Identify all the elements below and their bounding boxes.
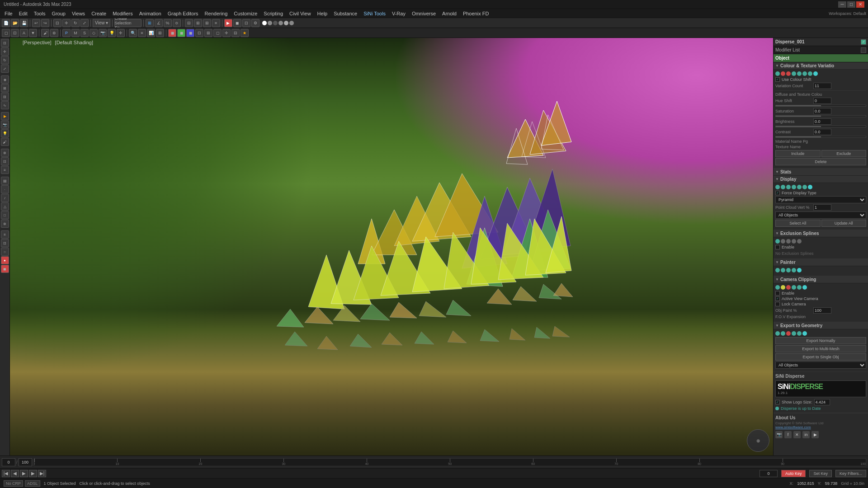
current-frame-display[interactable] bbox=[760, 470, 778, 477]
export-normally-btn[interactable]: Export Normally bbox=[775, 337, 866, 344]
left-extra5[interactable]: ◼ bbox=[1, 265, 9, 273]
show-logo-check[interactable]: ✓ bbox=[775, 400, 780, 404]
left-create-btn[interactable]: ◈ bbox=[1, 75, 9, 84]
ext-btn-4[interactable]: ⊡ bbox=[195, 29, 203, 37]
mirror-btn[interactable]: ⊟ bbox=[185, 19, 193, 27]
angle-snap[interactable]: ∠ bbox=[155, 19, 163, 27]
export-header[interactable]: ▼ Export to Geometry bbox=[774, 322, 868, 329]
export-single-btn[interactable]: Export to Single Obj bbox=[775, 353, 866, 361]
use-colour-shift-check[interactable]: ✓ bbox=[775, 77, 780, 82]
menu-civil-view[interactable]: Civil View bbox=[287, 10, 313, 17]
select-all-btn[interactable]: Select All bbox=[775, 220, 821, 227]
material-editor-btn[interactable]: ⊡ bbox=[242, 19, 250, 27]
website-link[interactable]: www.sinisoftware.com bbox=[775, 425, 866, 429]
command-panel-btn[interactable]: ≡ bbox=[138, 29, 146, 37]
menu-scripting[interactable]: Scripting bbox=[261, 10, 286, 17]
left-select-btn[interactable]: ⊡ bbox=[1, 39, 9, 47]
ext-btn-6[interactable]: ◻ bbox=[213, 29, 222, 37]
edit-spline-btn[interactable]: S bbox=[80, 29, 89, 37]
undo-btn[interactable]: ↩ bbox=[32, 19, 40, 27]
display-header[interactable]: ▼ Display bbox=[774, 176, 868, 183]
render-frame-btn[interactable]: ◼ bbox=[233, 19, 241, 27]
linkedin-icon[interactable]: in bbox=[802, 431, 810, 438]
left-extra3[interactable]: ○ bbox=[1, 248, 9, 256]
display-type-check[interactable]: ✓ bbox=[775, 191, 780, 195]
left-mirror-btn[interactable]: ⊡ bbox=[1, 157, 9, 165]
stats-header[interactable]: ▼ Stats bbox=[774, 169, 868, 176]
menu-tools[interactable]: Tools bbox=[31, 10, 48, 17]
scale-btn[interactable]: ⤢ bbox=[80, 19, 89, 27]
menu-create[interactable]: Create bbox=[89, 10, 109, 17]
saturation-slider[interactable] bbox=[775, 115, 866, 117]
left-link-btn[interactable]: ⊞ bbox=[1, 84, 9, 92]
viewport-gizmo[interactable]: ⊛ bbox=[747, 429, 769, 452]
schematic-view-btn[interactable]: ⊞ bbox=[156, 29, 164, 37]
left-elem-btn[interactable]: ⊛ bbox=[1, 220, 9, 228]
point-cloud-input[interactable] bbox=[813, 204, 831, 211]
left-unlink-btn[interactable]: ⊟ bbox=[1, 93, 9, 101]
paint-selection-btn[interactable]: 🖌 bbox=[41, 29, 49, 37]
left-scale-btn[interactable]: ⤢ bbox=[1, 65, 9, 73]
create-shape-btn[interactable]: ◇ bbox=[90, 29, 98, 37]
spinner-snap[interactable]: ≎ bbox=[173, 19, 181, 27]
left-face-btn[interactable]: △ bbox=[1, 202, 9, 211]
maximize-button[interactable]: □ bbox=[847, 1, 855, 8]
all-objects-dropdown[interactable]: All Objects bbox=[775, 211, 866, 219]
menu-sini-tools[interactable]: SiNi Tools bbox=[361, 10, 388, 17]
variation-count-input[interactable] bbox=[813, 83, 831, 89]
active-view-check[interactable]: ✓ bbox=[775, 296, 780, 301]
menu-group[interactable]: Group bbox=[49, 10, 68, 17]
move-btn[interactable]: ✛ bbox=[62, 19, 71, 27]
light-btn[interactable]: 💡 bbox=[108, 29, 116, 37]
modifier-list-expand-btn[interactable] bbox=[861, 47, 866, 53]
select-filter-btn[interactable]: ▼ bbox=[29, 29, 37, 37]
include-btn[interactable]: Include bbox=[775, 150, 821, 157]
brightness-slider[interactable] bbox=[775, 126, 866, 127]
save-btn[interactable]: 💾 bbox=[20, 19, 28, 27]
menu-views[interactable]: Views bbox=[69, 10, 88, 17]
menu-help[interactable]: Help bbox=[315, 10, 330, 17]
object-selector[interactable]: Object bbox=[774, 54, 868, 62]
manage-layers[interactable]: ≡ bbox=[212, 19, 220, 27]
exclude-btn[interactable]: Exclude bbox=[821, 150, 867, 157]
contrast-slider[interactable] bbox=[775, 136, 866, 138]
track-view-btn[interactable]: 📊 bbox=[147, 29, 155, 37]
menu-graph-editors[interactable]: Graph Editors bbox=[165, 10, 201, 17]
export-multi-btn[interactable]: Export to Multi-Mesh bbox=[775, 345, 866, 352]
set-key-btn[interactable]: Set Key bbox=[809, 470, 832, 477]
left-paint-btn[interactable]: 🖌 bbox=[1, 138, 9, 146]
edit-mesh-btn[interactable]: M bbox=[71, 29, 80, 37]
left-extra1[interactable]: ≡ bbox=[1, 230, 9, 239]
align-btn[interactable]: ⊞ bbox=[194, 19, 202, 27]
left-poly-btn[interactable]: □ bbox=[1, 211, 9, 219]
camera-btn[interactable]: 📷 bbox=[99, 29, 107, 37]
menu-edit[interactable]: Edit bbox=[16, 10, 30, 17]
render-setup-btn[interactable]: Create Selection Se... bbox=[114, 19, 142, 27]
left-bind-btn[interactable]: ∿ bbox=[1, 101, 9, 109]
sub-object-btn[interactable]: ⊛ bbox=[50, 29, 58, 37]
left-render-btn[interactable]: ▶ bbox=[1, 112, 9, 120]
menu-customize[interactable]: Customize bbox=[231, 10, 260, 17]
ext-btn-3[interactable]: ◼ bbox=[186, 29, 194, 37]
prev-key-btn[interactable]: |◀ bbox=[2, 470, 10, 477]
search-btn[interactable]: 🔍 bbox=[129, 29, 137, 37]
menu-file[interactable]: File bbox=[2, 10, 15, 17]
redo-btn[interactable]: ↪ bbox=[41, 19, 49, 27]
delete-btn[interactable]: Delete bbox=[775, 158, 866, 165]
prev-frame-btn[interactable]: ◀ bbox=[11, 470, 19, 477]
play-btn[interactable]: ▶ bbox=[20, 470, 28, 477]
left-edge-btn[interactable]: / bbox=[1, 194, 9, 202]
next-key-btn[interactable]: ▶| bbox=[38, 470, 46, 477]
cam-percent-input[interactable] bbox=[813, 307, 831, 314]
vimeo-icon[interactable]: ▶ bbox=[811, 431, 819, 438]
open-file-btn[interactable]: 📂 bbox=[11, 19, 19, 27]
menu-animation[interactable]: Animation bbox=[137, 10, 164, 17]
brightness-input[interactable] bbox=[813, 118, 831, 125]
left-extra4[interactable]: ● bbox=[1, 256, 9, 264]
update-all-btn[interactable]: Update All bbox=[821, 220, 867, 227]
menu-substance[interactable]: Substance bbox=[331, 10, 360, 17]
hue-shift-input[interactable] bbox=[813, 98, 831, 104]
array-btn[interactable]: ⊞ bbox=[203, 19, 211, 27]
render-settings-btn[interactable]: ⚙ bbox=[251, 19, 259, 27]
window-crossing-btn[interactable]: ⊡ bbox=[11, 29, 19, 37]
